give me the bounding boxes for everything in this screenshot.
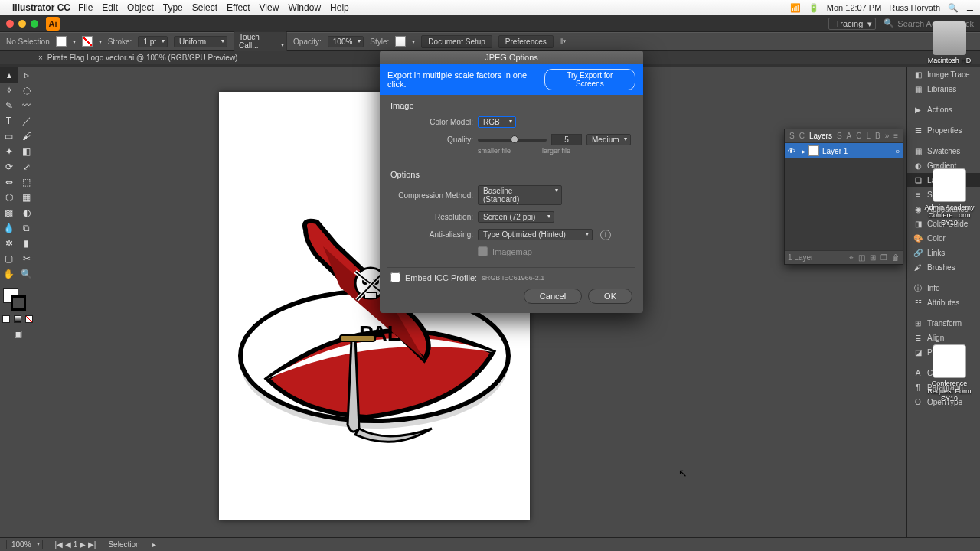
color-mode-icon[interactable] xyxy=(2,315,10,323)
status-arrow-icon[interactable]: ▸ xyxy=(152,540,156,549)
dock-attributes[interactable]: ☷Attributes xyxy=(907,295,980,310)
menu-view[interactable]: View xyxy=(260,2,279,13)
zoom-dropdown[interactable]: 100% xyxy=(6,540,43,549)
dock-stroke[interactable]: ≡Stroke xyxy=(907,187,980,202)
panel-menu-icon[interactable]: ≡ xyxy=(893,132,898,140)
dock-actions[interactable]: ▶Actions xyxy=(907,103,980,117)
dock-info[interactable]: ⓘInfo xyxy=(907,281,980,295)
dock-pathfinder[interactable]: ◪Pathfinder xyxy=(907,345,980,360)
dock-opentype[interactable]: OOpenType xyxy=(907,395,980,409)
panel-tab-layers[interactable]: Layers xyxy=(809,132,832,140)
resolution-dropdown[interactable]: Screen (72 ppi) xyxy=(478,211,554,223)
dock-properties[interactable]: ☰Properties xyxy=(907,123,980,138)
menu-edit[interactable]: Edit xyxy=(102,2,118,13)
align-icon[interactable]: ⫴▾ xyxy=(560,37,566,46)
rectangle-tool[interactable]: ▭ xyxy=(0,129,18,144)
dock-color[interactable]: 🎨Color xyxy=(907,231,980,246)
dock-transform[interactable]: ⊞Transform xyxy=(907,316,980,331)
panel-tab[interactable]: C xyxy=(799,132,805,140)
stroke-swatch[interactable] xyxy=(82,36,93,47)
document-tab-title[interactable]: Pirate Flag Logo vector.ai @ 100% (RGB/G… xyxy=(47,54,238,62)
stroke-weight-dropdown[interactable]: 1 pt xyxy=(138,36,168,47)
fill-stroke-control[interactable] xyxy=(0,286,35,312)
dock-swatches[interactable]: ▦Swatches xyxy=(907,144,980,158)
mesh-tool[interactable]: ▩ xyxy=(0,205,18,220)
curvature-tool[interactable]: 〰 xyxy=(18,98,35,113)
window-min-icon[interactable] xyxy=(18,20,26,28)
quality-preset-dropdown[interactable]: Medium xyxy=(586,134,631,145)
artboard-tool[interactable]: ▢ xyxy=(0,251,18,266)
menu-select[interactable]: Select xyxy=(192,2,217,13)
paintbrush-tool[interactable]: 🖌 xyxy=(18,129,35,144)
document-setup-button[interactable]: Document Setup xyxy=(421,35,492,48)
new-sublayer-icon[interactable]: ⊞ xyxy=(870,253,876,262)
layers-panel[interactable]: S C Layers S A C L B » ≡ 👁 ▸ Layer 1 ○ 1… xyxy=(784,129,903,265)
try-export-button[interactable]: Try Export for Screens xyxy=(544,69,635,90)
disclosure-icon[interactable]: ▸ xyxy=(802,147,805,155)
hand-tool[interactable]: ✋ xyxy=(0,266,18,282)
dock-appearance[interactable]: ◉Appearance xyxy=(907,202,980,217)
panel-tab[interactable]: S xyxy=(789,132,795,140)
ok-button[interactable]: OK xyxy=(588,289,632,304)
zoom-tool[interactable]: 🔍 xyxy=(18,266,35,282)
scale-tool[interactable]: ⤢ xyxy=(18,159,35,174)
magic-wand-tool[interactable]: ✧ xyxy=(0,83,18,98)
user-name[interactable]: Russ Horvath xyxy=(889,3,940,12)
eyedropper-tool[interactable]: 💧 xyxy=(0,220,18,236)
workspace-dropdown[interactable]: Tracing xyxy=(828,18,876,30)
battery-icon[interactable]: 🔋 xyxy=(808,3,819,13)
stroke-color[interactable] xyxy=(11,295,26,311)
spotlight-icon[interactable]: 🔍 xyxy=(948,3,959,13)
style-swatch[interactable] xyxy=(395,36,406,47)
target-icon[interactable]: ○ xyxy=(895,147,900,155)
embed-icc-checkbox[interactable] xyxy=(390,272,400,282)
dock-color-guide[interactable]: ◨Color Guide xyxy=(907,217,980,231)
wifi-icon[interactable]: 📶 xyxy=(790,3,801,13)
dock-align[interactable]: ≣Align xyxy=(907,331,980,345)
preferences-button[interactable]: Preferences xyxy=(498,35,554,48)
panel-tab[interactable]: C xyxy=(856,132,861,140)
clock[interactable]: Mon 12:07 PM xyxy=(827,3,882,12)
graph-tool[interactable]: ▮ xyxy=(18,236,35,251)
none-mode-icon[interactable] xyxy=(25,315,33,323)
dock-brushes[interactable]: 🖌Brushes xyxy=(907,260,980,275)
line-tool[interactable]: ／ xyxy=(18,113,35,129)
info-icon[interactable]: i xyxy=(600,230,611,240)
perspective-tool[interactable]: ▦ xyxy=(18,190,35,205)
visibility-icon[interactable]: 👁 xyxy=(788,147,799,155)
free-transform-tool[interactable]: ⬚ xyxy=(18,174,35,190)
artboard-nav[interactable]: |◀ ◀ 1 ▶ ▶| xyxy=(55,540,96,549)
dock-image-trace[interactable]: ◧Image Trace xyxy=(907,67,980,82)
screen-mode-icon[interactable]: ▣ xyxy=(14,328,22,340)
menu-window[interactable]: Window xyxy=(288,2,321,13)
locate-icon[interactable]: ⌖ xyxy=(849,253,854,262)
app-title[interactable]: Illustrator CC xyxy=(12,2,70,13)
menu-file[interactable]: File xyxy=(78,2,93,13)
panel-tab[interactable]: B xyxy=(875,132,880,140)
quality-input[interactable] xyxy=(551,134,582,145)
fill-swatch[interactable] xyxy=(56,36,67,47)
window-close-icon[interactable] xyxy=(6,20,14,28)
blend-tool[interactable]: ⧉ xyxy=(18,220,35,236)
shaper-tool[interactable]: ✦ xyxy=(0,144,18,159)
gradient-tool[interactable]: ◐ xyxy=(18,205,35,220)
notification-icon[interactable]: ☰ xyxy=(966,3,974,13)
dock-links[interactable]: 🔗Links xyxy=(907,246,980,260)
gradient-mode-icon[interactable] xyxy=(14,315,21,323)
stroke-profile-dropdown[interactable]: Uniform xyxy=(174,36,227,47)
stock-search[interactable]: 🔍Search Adobe Stock xyxy=(884,18,974,28)
brush-dropdown[interactable]: Touch Call... xyxy=(234,31,287,51)
make-clip-icon[interactable]: ◫ xyxy=(858,253,865,262)
panel-tab[interactable]: S xyxy=(837,132,842,140)
menu-type[interactable]: Type xyxy=(163,2,183,13)
dock-character[interactable]: ACharacter xyxy=(907,366,980,380)
cancel-button[interactable]: Cancel xyxy=(524,289,582,304)
direct-selection-tool[interactable]: ▹ xyxy=(18,67,35,83)
new-layer-icon[interactable]: ❐ xyxy=(880,253,887,262)
panel-tab[interactable]: A xyxy=(847,132,852,140)
menu-help[interactable]: Help xyxy=(330,2,349,13)
panel-expand-icon[interactable]: » xyxy=(885,132,890,140)
dock-layers[interactable]: ❑Layers xyxy=(907,173,980,187)
rotate-tool[interactable]: ⟳ xyxy=(0,159,18,174)
symbol-sprayer-tool[interactable]: ✲ xyxy=(0,236,18,251)
